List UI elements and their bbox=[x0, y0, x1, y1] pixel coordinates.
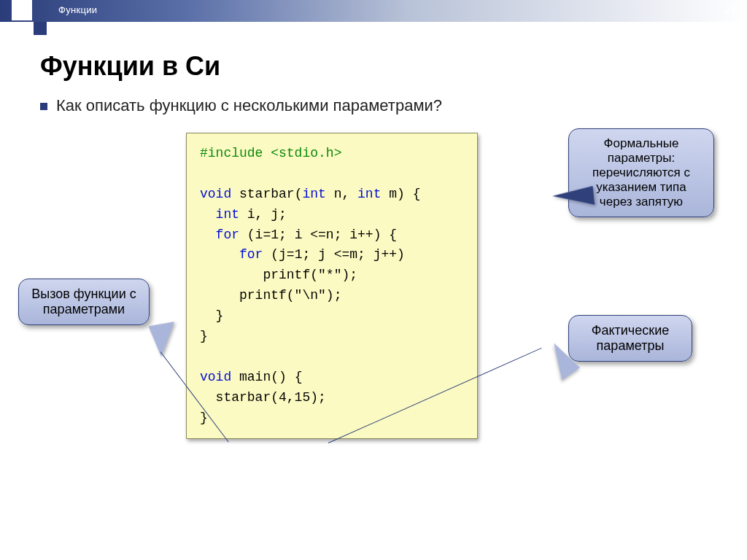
code-token: for bbox=[216, 228, 239, 242]
diagram-area: #include <stdio.h> void starbar(int n, i… bbox=[40, 133, 707, 526]
breadcrumb: Функции bbox=[58, 4, 97, 15]
code-token: i, j; bbox=[239, 207, 287, 222]
code-token: n, bbox=[326, 187, 357, 201]
code-token: int bbox=[302, 187, 325, 201]
slide-header: Функции 24 bbox=[0, 0, 747, 22]
code-token: main() { bbox=[231, 370, 302, 384]
code-token: (j=1; j <=m; j++) bbox=[263, 247, 404, 262]
page-number: 24 bbox=[725, 4, 735, 15]
code-token: (i=1; i <=n; i++) { bbox=[239, 228, 397, 242]
code-token: int bbox=[357, 187, 381, 201]
code-token: m) { bbox=[381, 187, 420, 201]
code-token: printf("\n"); bbox=[200, 288, 341, 303]
callout-function-call: Вызов функции с параметрами bbox=[18, 279, 150, 325]
code-token: starbar( bbox=[231, 187, 302, 201]
code-token: } bbox=[200, 308, 223, 323]
code-token bbox=[200, 247, 239, 262]
code-token: printf("*"); bbox=[200, 268, 357, 282]
code-token: void bbox=[200, 370, 231, 384]
code-token: } bbox=[200, 329, 208, 343]
bullet-icon bbox=[40, 103, 47, 110]
code-token bbox=[200, 207, 216, 222]
code-token bbox=[200, 228, 216, 242]
code-token: starbar(4,15); bbox=[200, 390, 326, 405]
code-token: #include bbox=[200, 146, 271, 160]
bullet-text: Как описать функцию с несколькими параме… bbox=[56, 96, 442, 115]
callout-actual-params: Фактические параметры bbox=[568, 315, 692, 362]
code-block: #include <stdio.h> void starbar(int n, i… bbox=[186, 133, 478, 439]
code-token: for bbox=[239, 247, 263, 262]
code-token: <stdio.h> bbox=[271, 146, 341, 160]
code-token: int bbox=[216, 207, 239, 222]
callout-tail-icon bbox=[148, 322, 179, 358]
bullet-item: Как описать функцию с несколькими параме… bbox=[40, 96, 707, 115]
slide-title: Функции в Си bbox=[40, 51, 707, 82]
code-token: void bbox=[200, 187, 231, 201]
